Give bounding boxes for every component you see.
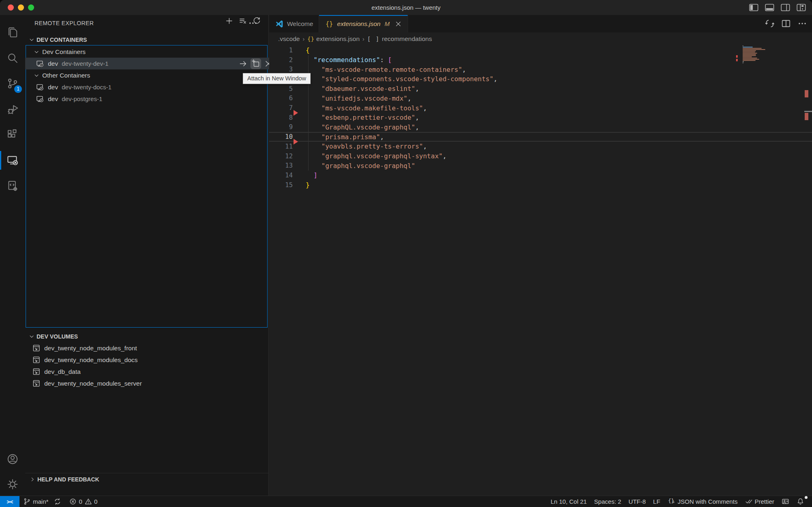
code-line-5[interactable]: 5 "dbaeumer.vscode-eslint", — [269, 84, 812, 94]
files-icon — [6, 26, 19, 39]
code-line-10[interactable]: 10 "prisma.prisma", — [269, 132, 812, 142]
overview-ruler[interactable] — [804, 15, 812, 496]
refresh-icon[interactable] — [253, 17, 261, 25]
tree-group-other-containers[interactable]: Other Containers — [25, 69, 276, 81]
code-line-3[interactable]: 3 "ms-vscode-remote.remote-containers", — [269, 65, 812, 74]
volume-icon — [32, 356, 41, 364]
code-line-11[interactable]: 11 "yoavbls.pretty-ts-errors", — [269, 142, 812, 151]
status-indentation[interactable]: Spaces: 2 — [590, 496, 625, 507]
chevron-down-icon — [28, 333, 35, 340]
minimap-line — [743, 58, 757, 58]
code-line-7[interactable]: 7 "ms-vscode.makefile-tools", — [269, 103, 812, 113]
activity-search[interactable] — [0, 45, 25, 71]
code-line-8[interactable]: 8 "esbenp.prettier-vscode", — [269, 113, 812, 123]
minimap-line — [743, 49, 765, 50]
code-line-2[interactable]: 2 "recommendations": [ — [269, 55, 812, 65]
breadcrumb-item[interactable]: .vscode — [278, 35, 300, 43]
status-language-mode[interactable]: {}JSON with Comments — [664, 496, 741, 507]
volume-item[interactable]: dev_twenty_node_modules_server — [25, 378, 275, 389]
breadcrumb-item[interactable]: {}extensions.json — [307, 35, 360, 43]
container-item[interactable]: devdev-twenty-docs-1 — [25, 81, 279, 93]
branch-status[interactable]: main* — [19, 496, 52, 507]
attach-in-new-window-icon[interactable] — [251, 59, 261, 69]
chevron-down-icon — [33, 49, 40, 55]
status-formatter[interactable]: Prettier — [741, 496, 778, 507]
sync-status[interactable] — [52, 496, 63, 507]
clean-up-dev-containers-icon[interactable] — [239, 17, 247, 25]
toggle-primary-sidebar-icon[interactable] — [749, 2, 759, 13]
tab-welcome[interactable]: Welcome — [269, 15, 319, 32]
minimap[interactable] — [739, 44, 804, 496]
minimap-line — [743, 52, 755, 52]
status-eol[interactable]: LF — [650, 496, 664, 507]
tree-group-dev-containers[interactable]: Dev Containers — [25, 46, 276, 58]
status-label: LF — [653, 498, 661, 505]
section-help-and-feedback[interactable]: HELP AND FEEDBACK — [25, 473, 268, 485]
volume-item[interactable]: dev_twenty_node_modules_front — [25, 342, 275, 354]
activity-accounts[interactable] — [0, 447, 25, 472]
minimap-line — [743, 47, 753, 47]
remote-indicator[interactable]: >< — [0, 496, 19, 507]
minimap-line — [743, 48, 762, 49]
code-line-9[interactable]: 9 "GraphQL.vscode-graphql", — [269, 123, 812, 132]
code-line-12[interactable]: 12 "graphql.vscode-graphql-syntax", — [269, 151, 812, 161]
new-dev-container-icon[interactable] — [225, 17, 233, 25]
code-line-6[interactable]: 6 "unifiedjs.vscode-mdx", — [269, 94, 812, 104]
tab-bar: Welcome{}extensions.jsonM — [269, 15, 812, 32]
toggle-secondary-sidebar-icon[interactable] — [780, 2, 790, 13]
breadcrumb-separator: › — [302, 36, 304, 42]
svg-text:{}: {} — [326, 20, 333, 28]
container-name: dev — [48, 84, 58, 91]
activity-dev-containers[interactable] — [0, 173, 25, 198]
tab-extensions-json[interactable]: {}extensions.jsonM — [319, 15, 408, 32]
code-line-4[interactable]: 4 "styled-components.vscode-styled-compo… — [269, 74, 812, 84]
container-description: dev-twenty-dev-1 — [62, 60, 108, 67]
code-line-13[interactable]: 13 "graphql.vscode-graphql" — [269, 161, 812, 170]
status-encoding[interactable]: UTF-8 — [625, 496, 650, 507]
volume-item[interactable]: dev_twenty_node_modules_docs — [25, 354, 275, 366]
remote-explorer-icon — [6, 154, 19, 166]
customize-layout-icon[interactable] — [796, 2, 806, 13]
activity-remote-explorer[interactable] — [0, 148, 25, 173]
line-text: "ms-vscode.makefile-tools", — [306, 104, 427, 112]
activity-source-control[interactable]: 1 — [0, 71, 25, 96]
status-cursor-position[interactable]: Ln 10, Col 21 — [547, 496, 590, 507]
line-text: "esbenp.prettier-vscode", — [306, 114, 419, 121]
activity-run-and-debug[interactable] — [0, 97, 25, 122]
container-icon — [36, 59, 44, 68]
tab-label: extensions.json — [337, 20, 380, 28]
activity-explorer[interactable] — [0, 20, 25, 45]
activity-settings[interactable] — [0, 472, 25, 497]
attach-in-current-window-icon[interactable] — [238, 59, 248, 69]
code-line-1[interactable]: 1{ — [269, 45, 812, 55]
line-text: { — [306, 46, 310, 54]
line-number: 13 — [269, 162, 293, 169]
editor-group: Welcome{}extensions.jsonM .vscode›{}exte… — [269, 15, 812, 496]
breadcrumb-item[interactable]: [ ]recommendations — [367, 35, 432, 43]
status-label: Ln 10, Col 21 — [551, 498, 587, 505]
close-tab-icon[interactable] — [395, 20, 402, 28]
code-editor[interactable]: 1{2 "recommendations": [3 "ms-vscode-rem… — [269, 45, 812, 496]
container-item[interactable]: devdev-postgres-1 — [25, 93, 279, 105]
open-changes-icon[interactable] — [765, 19, 775, 28]
section-dev-volumes-label: DEV VOLUMES — [37, 333, 78, 340]
code-line-14[interactable]: 14 ] — [269, 170, 812, 180]
array-icon: [ ] — [367, 36, 380, 42]
status-notifications[interactable] — [793, 496, 808, 507]
toggle-panel-icon[interactable] — [764, 2, 775, 13]
volume-item[interactable]: dev_db_data — [25, 366, 275, 378]
section-dev-containers[interactable]: DEV CONTAINERS — [25, 35, 268, 45]
problems-status[interactable]: 0 0 — [65, 496, 101, 507]
titlebar: extensions.json — twenty — [0, 0, 812, 15]
activity-extensions[interactable] — [0, 122, 25, 147]
container-item[interactable]: devdev-twenty-dev-1 — [25, 58, 279, 69]
minimap-line — [743, 50, 756, 51]
section-dev-volumes[interactable]: DEV VOLUMES — [25, 331, 268, 342]
split-editor-icon[interactable] — [781, 19, 791, 28]
branch-icon — [23, 498, 31, 505]
error-count: 0 — [79, 498, 82, 505]
debug-icon — [6, 103, 19, 115]
line-text: ] — [306, 171, 317, 179]
status-feedback[interactable] — [778, 496, 793, 507]
code-line-15[interactable]: 15} — [269, 180, 812, 190]
